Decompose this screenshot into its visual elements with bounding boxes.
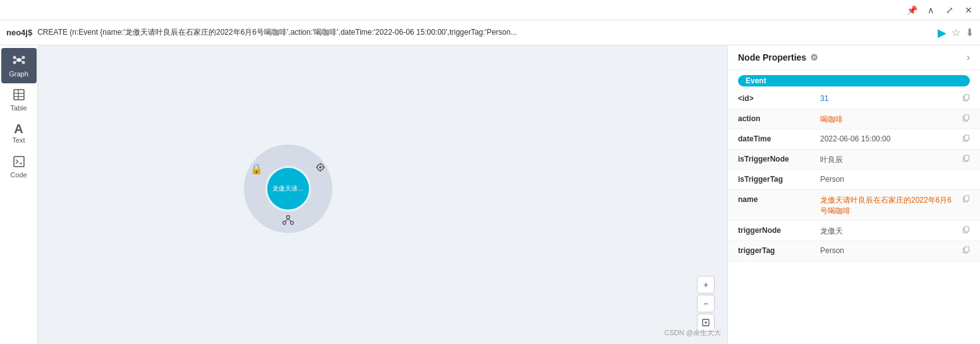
properties-table: <id>31action喝咖啡dateTime2022-06-06 15:00:… — [728, 89, 980, 344]
prop-key: name — [738, 194, 820, 204]
sidebar-item-table[interactable]: Table — [1, 83, 37, 117]
table-icon — [13, 88, 25, 103]
command-bar: neo4j$ CREATE (n:Event {name:'龙傲天请叶良辰在石家… — [0, 20, 980, 45]
prop-key: triggerTag — [738, 245, 820, 255]
svg-line-14 — [16, 160, 18, 162]
text-label: Text — [12, 136, 25, 145]
ring-menu: 🔒 — [244, 145, 332, 233]
prop-key: isTriggerNode — [738, 153, 820, 163]
prop-value: 叶良辰 — [820, 153, 957, 165]
prop-copy-icon[interactable] — [957, 133, 970, 142]
svg-rect-38 — [965, 155, 969, 160]
panel-collapse-button[interactable]: › — [967, 52, 970, 63]
node-label: 龙傲天请... — [270, 182, 305, 195]
prop-row: action喝咖啡 — [728, 109, 980, 129]
svg-line-5 — [16, 59, 17, 60]
prop-row: isTriggerNode叶良辰 — [728, 150, 980, 170]
download-button[interactable]: ⬇ — [965, 27, 974, 39]
svg-point-25 — [290, 221, 293, 224]
svg-rect-13 — [14, 157, 24, 167]
graph-icon — [12, 53, 26, 69]
zoom-out-button[interactable]: − — [697, 295, 715, 312]
prop-row: triggerTagPerson — [728, 241, 980, 261]
prop-key: action — [738, 113, 820, 123]
svg-point-1 — [13, 56, 16, 59]
lock-icon[interactable]: 🔒 — [250, 162, 263, 174]
prop-value: 龙傲天请叶良辰在石家庄的2022年6月6号喝咖啡 — [820, 194, 957, 216]
node-container: 🔒 — [244, 145, 332, 233]
prop-value: 31 — [820, 93, 957, 103]
zoom-in-button[interactable]: + — [697, 276, 715, 294]
settings-icon[interactable]: ⚙ — [810, 52, 818, 62]
svg-line-26 — [285, 218, 288, 222]
star-button[interactable]: ☆ — [952, 27, 960, 39]
svg-line-6 — [21, 59, 22, 60]
svg-rect-44 — [965, 247, 969, 252]
prop-key: isTriggerTag — [738, 174, 820, 184]
panel-title: Node Properties ⚙ — [738, 52, 818, 62]
svg-rect-32 — [965, 95, 969, 100]
svg-line-15 — [16, 162, 18, 163]
svg-rect-42 — [965, 227, 969, 232]
svg-point-2 — [21, 56, 25, 59]
graph-node[interactable]: 龙傲天请... — [265, 166, 311, 211]
svg-line-27 — [288, 218, 291, 222]
prop-copy-icon[interactable] — [957, 245, 970, 254]
svg-point-0 — [17, 58, 21, 62]
properties-panel: Node Properties ⚙ › Event <id>31action喝咖… — [727, 45, 980, 344]
prop-row: dateTime2022-06-06 15:00:00 — [728, 129, 980, 150]
prop-copy-icon[interactable] — [957, 93, 970, 102]
graph-label: Graph — [9, 70, 28, 78]
node-type-tag[interactable]: Event — [738, 75, 970, 86]
prop-key: dateTime — [738, 133, 820, 143]
svg-line-7 — [16, 61, 17, 62]
svg-rect-40 — [965, 196, 969, 201]
code-label: Code — [10, 171, 27, 179]
expand-node-icon[interactable] — [282, 214, 294, 228]
close-icon[interactable]: ✕ — [962, 5, 975, 15]
prop-value: 龙傲天 — [820, 225, 957, 237]
text-icon: A — [14, 122, 23, 135]
svg-point-23 — [286, 215, 289, 218]
svg-rect-36 — [965, 135, 969, 140]
canvas-area: 🔒 — [38, 45, 727, 344]
zoom-controls: + − — [697, 276, 715, 331]
panel-title-text: Node Properties — [738, 52, 806, 62]
minimize-icon[interactable]: ∧ — [924, 5, 937, 15]
panel-header: Node Properties ⚙ › — [728, 45, 980, 70]
prop-value: 2022-06-06 15:00:00 — [820, 133, 957, 143]
prop-row: triggerNode龙傲天 — [728, 221, 980, 241]
prop-copy-icon[interactable] — [957, 113, 970, 122]
code-icon — [13, 155, 25, 170]
svg-rect-34 — [965, 115, 969, 120]
prop-value: Person — [820, 174, 957, 184]
prompt-label: neo4j$ — [6, 28, 32, 37]
prop-copy-icon[interactable] — [957, 225, 970, 234]
watermark: CSDN @余生大大 — [665, 328, 721, 338]
prop-key: <id> — [738, 93, 820, 103]
prop-row: <id>31 — [728, 89, 980, 109]
svg-point-18 — [319, 166, 322, 169]
prop-copy-icon[interactable] — [957, 194, 970, 203]
expand-icon[interactable]: ⤢ — [943, 5, 956, 15]
prop-copy-icon[interactable] — [957, 153, 970, 162]
svg-point-3 — [13, 61, 16, 64]
command-text: CREATE (n:Event {name:'龙傲天请叶良辰在石家庄的2022年… — [37, 27, 933, 38]
sidebar-item-code[interactable]: Code — [1, 150, 37, 184]
sidebar-item-text[interactable]: A Text — [1, 117, 37, 150]
prop-copy-icon — [957, 174, 970, 175]
svg-point-24 — [282, 221, 286, 224]
prop-key: triggerNode — [738, 225, 820, 235]
svg-rect-9 — [14, 90, 24, 100]
prop-row: name龙傲天请叶良辰在石家庄的2022年6月6号喝咖啡 — [728, 190, 980, 221]
sidebar-item-graph[interactable]: Graph — [1, 48, 37, 83]
main-container: Graph Table A Text — [0, 45, 980, 344]
svg-line-8 — [21, 61, 22, 62]
sidebar: Graph Table A Text — [0, 45, 38, 344]
prop-row: isTriggerTagPerson — [728, 170, 980, 190]
view-icon[interactable] — [315, 162, 326, 175]
prop-value: Person — [820, 245, 957, 255]
run-button[interactable]: ▶ — [938, 26, 947, 40]
title-bar: 📌 ∧ ⤢ ✕ — [0, 0, 980, 20]
pin-icon[interactable]: 📌 — [905, 5, 918, 15]
